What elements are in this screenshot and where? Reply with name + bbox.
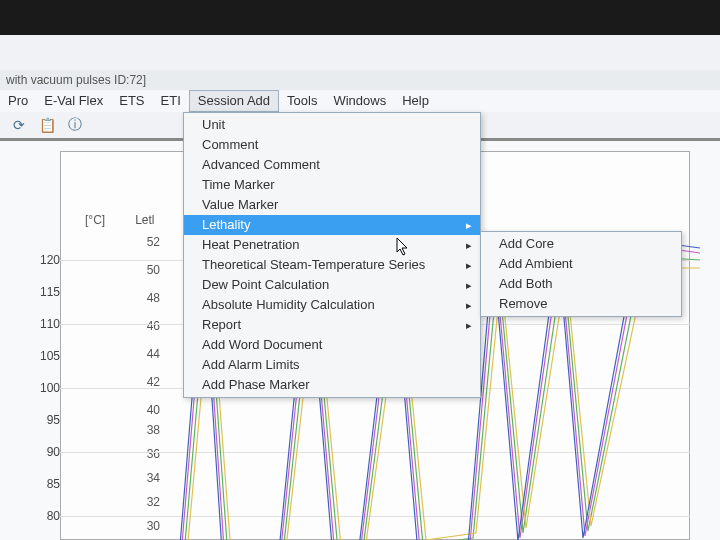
menu-item-advanced-comment[interactable]: Advanced Comment xyxy=(184,155,480,175)
submenu-add-core[interactable]: Add Core xyxy=(481,234,681,254)
gridline xyxy=(60,452,690,453)
menu-item-add-word-document[interactable]: Add Word Document xyxy=(184,335,480,355)
menu-item-report[interactable]: Report xyxy=(184,315,480,335)
session-add-menu: Unit Comment Advanced Comment Time Marke… xyxy=(183,112,481,398)
submenu-add-ambient[interactable]: Add Ambient xyxy=(481,254,681,274)
axis-right-header: Letl xyxy=(135,213,154,227)
yaxis-right-tick: 38 xyxy=(120,423,160,437)
menu-item-heat-penetration[interactable]: Heat Penetration xyxy=(184,235,480,255)
clipboard-icon[interactable]: 📋 xyxy=(38,116,56,134)
title-text: with vacuum pulses ID:72] xyxy=(6,73,146,87)
menu-windows[interactable]: Windows xyxy=(325,90,394,112)
menu-item-unit[interactable]: Unit xyxy=(184,115,480,135)
menu-item-time-marker[interactable]: Time Marker xyxy=(184,175,480,195)
info-icon[interactable]: ⓘ xyxy=(66,116,84,134)
yaxis-left-tick: 115 xyxy=(5,285,60,299)
submenu-add-both[interactable]: Add Both xyxy=(481,274,681,294)
yaxis-left-tick: 100 xyxy=(5,381,60,395)
yaxis-right-tick: 34 xyxy=(120,471,160,485)
menu-evalflex[interactable]: E-Val Flex xyxy=(36,90,111,112)
yaxis-right-tick: 42 xyxy=(120,375,160,389)
menu-item-value-marker[interactable]: Value Marker xyxy=(184,195,480,215)
menu-item-add-alarm-limits[interactable]: Add Alarm Limits xyxy=(184,355,480,375)
app-window: with vacuum pulses ID:72] Pro E-Val Flex… xyxy=(0,0,720,540)
yaxis-left-tick: 95 xyxy=(5,413,60,427)
menu-item-add-phase-marker[interactable]: Add Phase Marker xyxy=(184,375,480,395)
refresh-icon[interactable]: ⟳ xyxy=(10,116,28,134)
yaxis-right-tick: 40 xyxy=(120,403,160,417)
yaxis-left-tick: 85 xyxy=(5,477,60,491)
menu-eti[interactable]: ETI xyxy=(153,90,189,112)
yaxis-left-tick: 110 xyxy=(5,317,60,331)
lethality-submenu: Add Core Add Ambient Add Both Remove xyxy=(480,231,682,317)
yaxis-left-tick: 80 xyxy=(5,509,60,523)
menu-bar: Pro E-Val Flex ETS ETI Session Add Tools… xyxy=(0,90,720,113)
gridline xyxy=(60,516,690,517)
menu-help[interactable]: Help xyxy=(394,90,437,112)
yaxis-left-tick: 90 xyxy=(5,445,60,459)
yaxis-right-tick: 50 xyxy=(120,263,160,277)
submenu-remove[interactable]: Remove xyxy=(481,294,681,314)
title-bar: with vacuum pulses ID:72] xyxy=(0,70,720,90)
yaxis-right-tick: 30 xyxy=(120,519,160,533)
menu-item-comment[interactable]: Comment xyxy=(184,135,480,155)
yaxis-right-tick: 46 xyxy=(120,319,160,333)
axis-left-unit: [°C] xyxy=(85,213,105,227)
menu-ets[interactable]: ETS xyxy=(111,90,152,112)
menu-item-lethality[interactable]: Lethality xyxy=(184,215,480,235)
yaxis-right-tick: 52 xyxy=(120,235,160,249)
yaxis-left-tick: 120 xyxy=(5,253,60,267)
menu-tools[interactable]: Tools xyxy=(279,90,325,112)
menu-item-absolute-humidity[interactable]: Absolute Humidity Calculation xyxy=(184,295,480,315)
yaxis-right-tick: 36 xyxy=(120,447,160,461)
axis-header: [°C] Letl xyxy=(85,213,155,227)
menu-item-theoretical-steam[interactable]: Theoretical Steam-Temperature Series xyxy=(184,255,480,275)
yaxis-left-tick: 105 xyxy=(5,349,60,363)
yaxis-right-tick: 32 xyxy=(120,495,160,509)
menu-session-add[interactable]: Session Add xyxy=(189,90,279,112)
menu-pro[interactable]: Pro xyxy=(0,90,36,112)
yaxis-right-tick: 48 xyxy=(120,291,160,305)
menu-item-dew-point[interactable]: Dew Point Calculation xyxy=(184,275,480,295)
yaxis-right-tick: 44 xyxy=(120,347,160,361)
